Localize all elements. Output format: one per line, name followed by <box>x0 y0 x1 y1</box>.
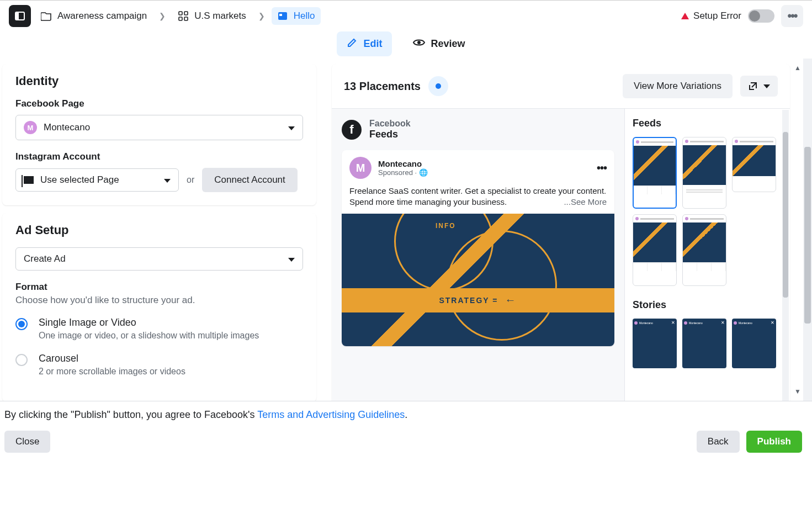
stories-section-label: Stories <box>633 299 782 311</box>
format-desc: Choose how you'd like to structure your … <box>15 295 303 306</box>
placement-thumbnails: Feeds Stories Montecano✕ Montecano✕ Mont… <box>624 109 790 401</box>
status-label: Setup Error <box>693 10 741 22</box>
grid-icon <box>178 10 189 22</box>
placement-thumb[interactable]: Montecano✕ <box>732 319 776 368</box>
more-menu-button[interactable]: ••• <box>781 5 803 27</box>
svg-rect-3 <box>184 12 188 15</box>
ig-account-label: Instagram Account <box>15 151 303 162</box>
svg-rect-2 <box>179 12 182 15</box>
connect-account-button[interactable]: Connect Account <box>202 168 298 192</box>
caret-down-icon <box>763 84 770 88</box>
ad-preview-card: M Montecano Sponsored · 🌐 ••• Freelance … <box>342 150 614 346</box>
facebook-icon: f <box>342 120 362 140</box>
view-variations-button[interactable]: View More Variations <box>623 74 733 98</box>
fb-page-label: Facebook Page <box>15 98 303 109</box>
network-label: Facebook <box>369 119 411 129</box>
ad-sponsored-label: Sponsored · 🌐 <box>378 168 428 177</box>
svg-rect-4 <box>179 17 182 20</box>
fb-page-select[interactable]: M Montecano <box>15 115 303 140</box>
main-content: Identity Facebook Page M Montecano Insta… <box>0 59 812 401</box>
warning-icon <box>681 13 689 19</box>
preview-scroll-arrows[interactable]: ▲▼ <box>793 64 802 395</box>
publish-button[interactable]: Publish <box>746 431 802 453</box>
ad-avatar-icon: M <box>349 157 371 179</box>
option-title: Carousel <box>39 353 185 364</box>
ig-account-value: Use selected Page <box>40 174 119 186</box>
placement-thumb[interactable] <box>633 137 677 209</box>
ad-more-button[interactable]: ••• <box>597 162 607 174</box>
expand-preview-button[interactable] <box>740 76 778 97</box>
eye-icon <box>413 38 425 50</box>
close-button[interactable]: Close <box>4 431 50 453</box>
option-desc: One image or video, or a slideshow with … <box>39 331 259 341</box>
placement-thumb[interactable] <box>732 137 776 192</box>
caret-down-icon <box>164 179 171 183</box>
identity-card: Identity Facebook Page M Montecano Insta… <box>2 64 316 205</box>
option-desc: 2 or more scrollable images or videos <box>39 367 185 377</box>
back-button[interactable]: Back <box>697 431 740 453</box>
outer-scrollbar[interactable] <box>803 59 812 401</box>
breadcrumb-campaign-label: Awareness campaign <box>57 10 147 22</box>
placements-header: 13 Placements View More Variations <box>332 64 790 108</box>
breadcrumb-ad[interactable]: Hello <box>272 7 321 25</box>
ad-setup-heading: Ad Setup <box>15 223 303 237</box>
top-bar: Awareness campaign ❯ U.S markets ❯ Hello… <box>0 0 812 31</box>
placement-thumb[interactable] <box>682 137 726 209</box>
format-option-carousel[interactable]: Carousel 2 or more scrollable images or … <box>15 353 303 377</box>
feeds-section-label: Feeds <box>633 118 782 129</box>
placement-thumb[interactable] <box>633 214 677 286</box>
pencil-icon <box>347 37 358 51</box>
fb-page-value: Montecano <box>44 122 90 133</box>
footer: By clicking the "Publish" button, you ag… <box>0 401 812 464</box>
format-option-single[interactable]: Single Image or Video One image or video… <box>15 317 303 341</box>
breadcrumb-adset-label: U.S markets <box>194 10 246 22</box>
placement-thumb[interactable]: Montecano✕ <box>682 319 726 368</box>
ad-setup-value: Create Ad <box>24 253 66 264</box>
svg-rect-5 <box>184 17 188 20</box>
footer-disclaimer: By clicking the "Publish" button, you ag… <box>4 409 802 421</box>
tab-bar: Edit Review <box>0 31 812 59</box>
tab-edit-label: Edit <box>363 38 382 50</box>
form-column: Identity Facebook Page M Montecano Insta… <box>0 59 323 401</box>
preview-main: f Facebook Feeds M Montecano Sponsored ·… <box>332 109 624 401</box>
panel-toggle-button[interactable] <box>9 5 31 27</box>
ad-page-name: Montecano <box>378 159 428 168</box>
ad-icon <box>277 10 288 22</box>
see-more-link[interactable]: ...See More <box>564 197 607 208</box>
status-toggle[interactable] <box>748 9 774 23</box>
folder-icon <box>41 10 52 22</box>
caret-down-icon <box>288 126 295 130</box>
placement-label: Feeds <box>369 129 411 140</box>
placement-thumb[interactable] <box>682 214 726 286</box>
ad-creative-image: INFO STRATEGY = <box>342 214 614 346</box>
breadcrumb-campaign[interactable]: Awareness campaign <box>35 7 152 25</box>
ig-account-select[interactable]: Use selected Page <box>15 168 179 192</box>
identity-heading: Identity <box>15 74 303 88</box>
chevron-right-icon: ❯ <box>256 12 267 20</box>
ad-setup-select[interactable]: Create Ad <box>15 247 303 271</box>
ad-setup-card: Ad Setup Create Ad Format Choose how you… <box>2 213 316 401</box>
tab-review[interactable]: Review <box>403 31 475 56</box>
flag-icon <box>24 176 34 184</box>
breadcrumb-adset[interactable]: U.S markets <box>172 7 252 25</box>
preview-column: 13 Placements View More Variations f Fac… <box>323 59 812 401</box>
caret-down-icon <box>288 258 295 262</box>
placement-thumb[interactable]: Montecano✕ <box>633 319 677 368</box>
breadcrumb-ad-label: Hello <box>294 10 315 22</box>
external-icon <box>748 81 758 91</box>
thumbnails-scrollbar[interactable] <box>782 110 789 401</box>
terms-link[interactable]: Terms and Advertising Guidelines <box>257 409 405 420</box>
radio-icon <box>15 318 28 330</box>
placements-title: 13 Placements <box>344 80 421 93</box>
page-avatar-icon: M <box>24 121 37 134</box>
tab-edit[interactable]: Edit <box>337 31 392 56</box>
preview-panel: 13 Placements View More Variations f Fac… <box>332 64 790 401</box>
option-title: Single Image or Video <box>39 317 259 328</box>
svg-rect-7 <box>279 14 282 16</box>
notification-dot-icon <box>428 76 448 96</box>
status-indicator: Setup Error <box>681 10 741 22</box>
chevron-right-icon: ❯ <box>157 12 168 20</box>
format-label: Format <box>15 282 303 293</box>
svg-rect-1 <box>15 12 19 20</box>
or-text: or <box>187 175 194 185</box>
